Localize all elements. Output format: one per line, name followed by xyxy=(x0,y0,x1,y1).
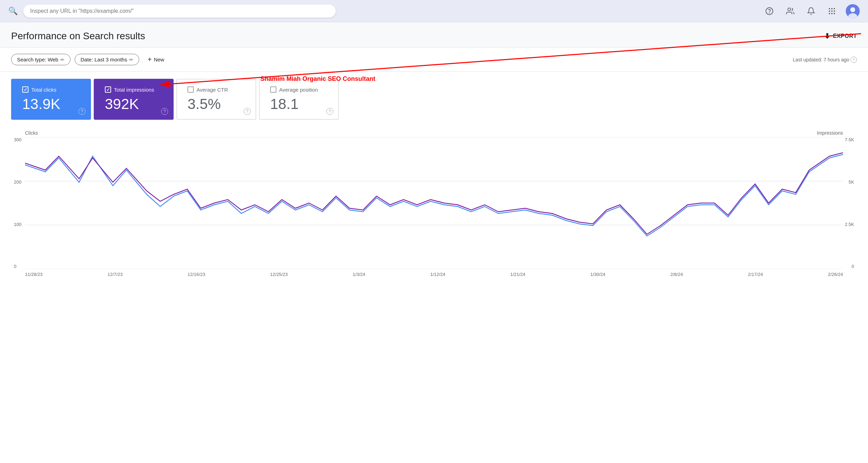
url-input[interactable] xyxy=(23,5,336,18)
metric-checkbox-clicks xyxy=(22,86,28,93)
svg-point-2 xyxy=(788,8,791,11)
metric-value-position: 18.1 xyxy=(270,96,328,112)
svg-point-1 xyxy=(769,12,770,13)
x-label-1: 12/7/23 xyxy=(108,272,123,277)
page-header: Performance on Search results ⬇ EXPORT xyxy=(0,22,868,48)
metric-help-position: ? xyxy=(326,108,333,115)
search-type-filter[interactable]: Search type: Web ✏ xyxy=(11,54,70,65)
svg-point-7 xyxy=(831,10,833,12)
metric-value-impressions: 392K xyxy=(105,96,162,112)
metric-label-clicks: Total clicks xyxy=(31,87,57,93)
x-label-5: 1/12/24 xyxy=(430,272,445,277)
top-bar: 🔍 xyxy=(0,0,868,22)
y-right-label: Impressions xyxy=(817,130,843,136)
top-right-icons xyxy=(762,4,860,18)
metric-card-total-impressions[interactable]: Total impressions 392K ? xyxy=(94,79,174,120)
apps-grid-button[interactable] xyxy=(825,4,839,18)
svg-point-10 xyxy=(831,13,833,14)
help-button[interactable] xyxy=(762,4,776,18)
chart-svg xyxy=(11,137,857,269)
metric-header-ctr: Average CTR xyxy=(187,86,245,93)
download-icon: ⬇ xyxy=(824,32,831,40)
metric-card-ctr[interactable]: Average CTR 3.5% ? xyxy=(176,79,256,120)
x-label-6: 1/21/24 xyxy=(510,272,525,277)
new-button[interactable]: + New xyxy=(143,53,168,66)
chart-container: 300 200 100 0 7.5K 5K 2.5K 0 xyxy=(11,137,857,269)
metric-card-position[interactable]: Average position 18.1 ? xyxy=(259,79,339,120)
metric-value-ctr: 3.5% xyxy=(187,96,245,112)
last-updated-help-icon: ? xyxy=(851,57,857,63)
x-label-8: 2/8/24 xyxy=(670,272,683,277)
filter-bar: Search type: Web ✏ Date: Last 3 months ✏… xyxy=(0,48,868,72)
metric-header-position: Average position xyxy=(270,86,328,93)
last-updated-text: Last updated: 7 hours ago xyxy=(793,57,849,62)
x-label-2: 12/16/23 xyxy=(187,272,205,277)
svg-point-4 xyxy=(831,8,833,9)
svg-point-11 xyxy=(834,13,835,14)
metric-help-impressions: ? xyxy=(161,108,168,115)
notifications-button[interactable] xyxy=(804,4,818,18)
metric-header-clicks: Total clicks xyxy=(22,86,80,93)
metric-label-position: Average position xyxy=(279,87,318,93)
search-type-edit-icon: ✏ xyxy=(60,57,65,62)
x-label-10: 2/26/24 xyxy=(828,272,843,277)
metric-checkbox-ctr xyxy=(187,86,194,93)
metric-checkbox-impressions xyxy=(105,86,111,93)
date-edit-icon: ✏ xyxy=(129,57,133,62)
search-icon: 🔍 xyxy=(8,7,18,16)
metric-checkbox-position xyxy=(270,86,276,93)
page-title: Performance on Search results xyxy=(11,31,145,42)
last-updated: Last updated: 7 hours ago ? xyxy=(793,57,857,63)
manage-users-button[interactable] xyxy=(783,4,797,18)
export-label: EXPORT xyxy=(833,33,857,39)
chart-area: Clicks Impressions 300 200 100 0 7.5K 5K… xyxy=(0,127,868,291)
svg-point-13 xyxy=(850,7,855,12)
x-label-4: 1/3/24 xyxy=(353,272,365,277)
x-label-7: 1/30/24 xyxy=(590,272,605,277)
metric-card-total-clicks[interactable]: Total clicks 13.9K ? xyxy=(11,79,91,120)
page-content: Performance on Search results ⬇ EXPORT S… xyxy=(0,22,868,463)
avatar[interactable] xyxy=(846,4,860,18)
svg-point-3 xyxy=(829,8,830,9)
svg-point-5 xyxy=(834,8,835,9)
svg-point-8 xyxy=(834,10,835,12)
plus-icon: + xyxy=(148,56,152,64)
x-label-0: 11/28/23 xyxy=(25,272,43,277)
search-type-label: Search type: Web xyxy=(17,57,58,62)
x-label-9: 2/17/24 xyxy=(748,272,763,277)
export-button[interactable]: ⬇ EXPORT xyxy=(824,32,857,40)
metrics-bar: Total clicks 13.9K ? Total impressions 3… xyxy=(0,72,868,127)
date-label: Date: Last 3 months xyxy=(81,57,127,62)
new-label: New xyxy=(154,57,164,62)
x-axis: 11/28/23 12/7/23 12/16/23 12/25/23 1/3/2… xyxy=(11,272,857,277)
svg-point-6 xyxy=(829,10,830,12)
metric-header-impressions: Total impressions xyxy=(105,86,162,93)
date-filter[interactable]: Date: Last 3 months ✏ xyxy=(75,54,139,65)
x-label-3: 12/25/23 xyxy=(270,272,288,277)
metric-label-impressions: Total impressions xyxy=(114,87,154,93)
y-left-label: Clicks xyxy=(25,130,38,136)
metric-label-ctr: Average CTR xyxy=(197,87,228,93)
metric-help-clicks: ? xyxy=(78,108,85,115)
metric-value-clicks: 13.9K xyxy=(22,96,80,112)
metric-help-ctr: ? xyxy=(244,108,251,115)
svg-point-9 xyxy=(829,13,830,14)
